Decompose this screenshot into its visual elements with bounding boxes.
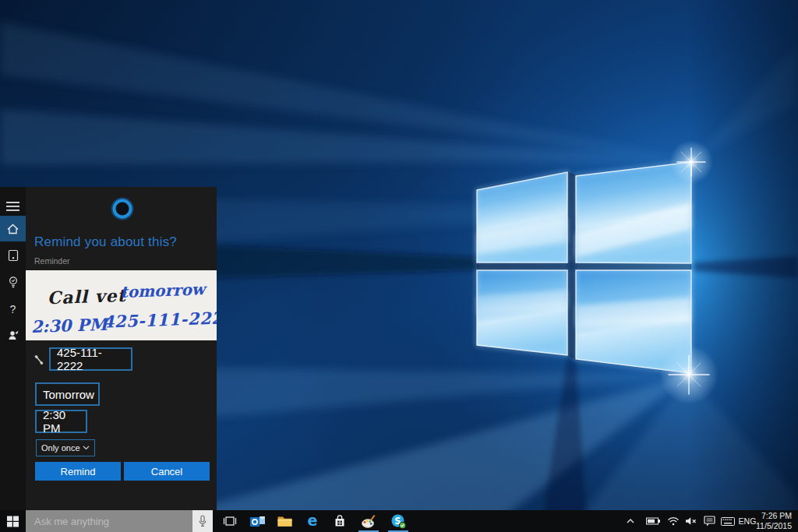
clock-date: 11/5/2015 [756, 521, 792, 531]
cortana-sidebar: ? [0, 187, 26, 510]
edge-icon: e [305, 513, 320, 529]
volume-status[interactable] [683, 510, 700, 532]
cancel-button-label: Cancel [151, 466, 182, 477]
date-button-label: Tomorrow [43, 388, 94, 401]
recurrence-dropdown[interactable]: Only once [36, 439, 95, 456]
ink-text-time: 2:30 PM [30, 314, 111, 336]
battery-icon [646, 517, 661, 525]
skype-button[interactable]: S [385, 510, 411, 532]
start-icon [7, 516, 19, 527]
search-input[interactable] [26, 511, 192, 531]
sidebar-item-reminders[interactable] [0, 270, 26, 295]
tray-overflow-button[interactable] [623, 510, 637, 532]
menu-icon [6, 202, 19, 211]
time-button[interactable]: 2:30 PM [35, 410, 87, 433]
sidebar-item-home[interactable] [0, 216, 26, 241]
phone-icon [33, 354, 45, 366]
edge-button[interactable]: e [299, 510, 326, 532]
taskbar-search [26, 510, 213, 532]
phone-number-value: 425-111-2222 [57, 346, 125, 372]
fresh-paint-icon [362, 515, 376, 528]
wifi-icon [667, 516, 680, 526]
feedback-icon [7, 329, 19, 341]
fresh-paint-button[interactable] [355, 510, 382, 532]
help-icon: ? [10, 303, 16, 315]
cortana-panel: ? Remind you about this? Reminder Call v… [0, 187, 217, 510]
action-center-icon [704, 516, 715, 527]
recurrence-value: Only once [41, 443, 80, 453]
handwriting-ink-area[interactable]: Call vet tomorrow 2:30 PM 425-111-2222 [26, 270, 217, 340]
network-status[interactable] [665, 510, 682, 532]
file-explorer-icon [277, 516, 292, 527]
microphone-button[interactable] [192, 510, 213, 532]
time-button-label: 2:30 PM [43, 408, 79, 435]
taskbar: e S [0, 510, 798, 532]
reminders-icon [7, 276, 19, 289]
skype-icon: S [391, 514, 406, 529]
sidebar-item-feedback[interactable] [0, 322, 26, 348]
ink-text-tomorrow: tomorrow [120, 280, 208, 301]
sidebar-item-notebook[interactable] [0, 242, 26, 268]
chevron-up-icon [626, 518, 635, 524]
svg-text:e: e [308, 513, 318, 529]
outlook-icon [250, 515, 265, 527]
language-label: ENG [739, 516, 757, 526]
battery-status[interactable] [644, 510, 662, 532]
home-icon [6, 223, 19, 235]
language-indicator[interactable]: ENG [737, 510, 757, 532]
chevron-down-icon [83, 446, 90, 450]
remind-button[interactable]: Remind [35, 462, 121, 481]
microphone-icon [199, 515, 207, 527]
notebook-icon [7, 249, 19, 262]
task-view-button[interactable] [217, 510, 243, 532]
cortana-ring-icon [111, 197, 134, 220]
phone-number-field[interactable]: 425-111-2222 [49, 347, 132, 371]
clock[interactable]: 7:26 PM 11/5/2015 [757, 510, 792, 532]
reminder-type-label: Reminder [34, 256, 70, 266]
file-explorer-button[interactable] [271, 510, 298, 532]
sidebar-item-help[interactable]: ? [0, 296, 26, 322]
keyboard-icon [721, 517, 735, 526]
ink-text-black: Call vet [47, 285, 128, 308]
store-button[interactable] [327, 510, 353, 532]
start-button[interactable] [0, 510, 26, 532]
outlook-button[interactable] [244, 510, 270, 532]
cancel-button[interactable]: Cancel [124, 462, 210, 481]
task-view-icon [223, 516, 237, 527]
touch-keyboard-button[interactable] [719, 510, 737, 532]
volume-muted-icon [685, 516, 697, 526]
remind-button-label: Remind [61, 466, 96, 477]
action-center-button[interactable] [701, 510, 718, 532]
clock-time: 7:26 PM [761, 511, 792, 521]
ink-text-phone: 425-111-2222 [102, 308, 217, 332]
store-icon [334, 515, 346, 527]
panel-title: Remind you about this? [34, 234, 177, 250]
date-button[interactable]: Tomorrow [35, 382, 100, 406]
